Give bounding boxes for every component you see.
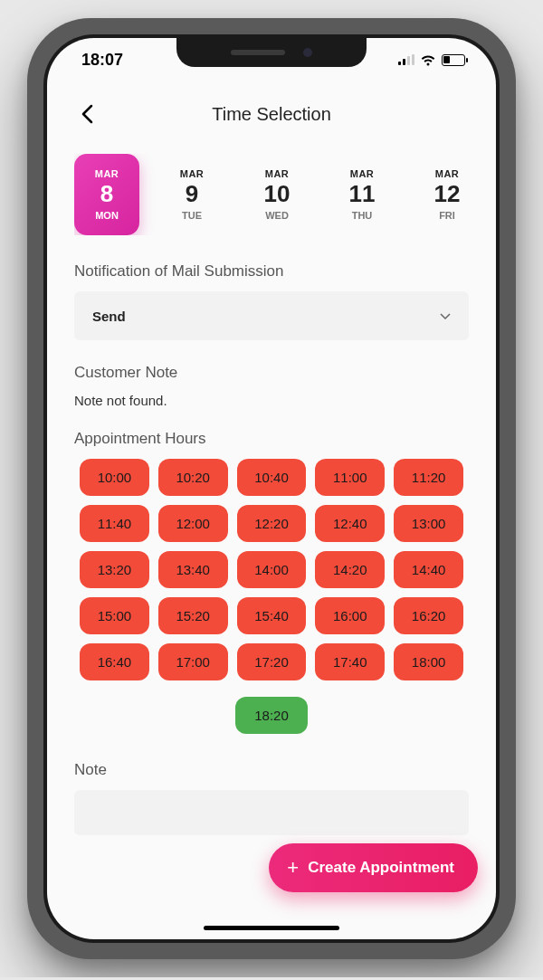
time-slot[interactable]: 13:20 [80,551,149,588]
customer-note-text: Note not found. [74,393,469,408]
date-day: 11 [349,179,376,210]
create-appointment-label: Create Appointment [308,859,454,877]
phone-frame: 18:07 T [27,18,516,959]
time-slot[interactable]: 13:40 [158,551,228,588]
time-slot[interactable]: 17:40 [315,643,385,680]
time-slot[interactable]: 11:20 [394,459,463,496]
date-card[interactable]: MAR9TUE [159,154,224,235]
note-input[interactable] [74,790,469,835]
hours-grid: 10:0010:2010:4011:0011:2011:4012:0012:20… [74,459,469,680]
create-appointment-button[interactable]: + Create Appointment [269,843,478,892]
date-dow: TUE [182,210,202,221]
time-slot[interactable]: 14:20 [315,551,385,588]
chevron-left-icon [81,104,93,124]
notification-select-value: Send [92,309,126,324]
time-slot[interactable]: 18:00 [394,643,463,680]
home-indicator[interactable] [204,926,339,930]
time-slot[interactable]: 12:00 [158,505,228,542]
time-slot[interactable]: 17:20 [237,643,307,680]
phone-inner: 18:07 T [43,34,500,943]
wifi-icon [420,54,436,66]
date-day: 8 [100,179,113,210]
date-month: MAR [435,168,460,179]
date-day: 12 [434,179,461,210]
available-slot-row: 18:20 [74,697,469,734]
status-icons [398,54,465,66]
time-slot[interactable]: 10:40 [237,459,307,496]
date-strip[interactable]: MAR8MONMAR9TUEMAR10WEDMAR11THUMAR12FRIMA… [74,154,469,235]
time-slot[interactable]: 15:20 [158,597,228,634]
time-slot[interactable]: 12:40 [315,505,385,542]
date-dow: MON [95,210,119,221]
nav-header: Time Selection [74,81,469,154]
time-slot[interactable]: 12:20 [237,505,307,542]
screen: 18:07 T [47,38,496,939]
page-title: Time Selection [100,104,443,125]
battery-icon [442,54,465,66]
time-slot[interactable]: 10:20 [158,459,228,496]
time-slot[interactable]: 14:00 [237,551,307,588]
date-month: MAR [265,168,290,179]
notification-select[interactable]: Send [74,291,469,340]
date-month: MAR [350,168,375,179]
time-slot[interactable]: 10:00 [80,459,149,496]
time-slot[interactable]: 16:00 [315,597,385,634]
time-slot[interactable]: 14:40 [394,551,463,588]
time-slot-available[interactable]: 18:20 [235,697,307,734]
time-slot[interactable]: 11:40 [80,505,149,542]
back-button[interactable] [74,101,100,127]
date-dow: FRI [439,210,455,221]
date-day: 10 [264,179,291,210]
date-dow: WED [265,210,289,221]
time-slot[interactable]: 13:00 [394,505,463,542]
notch [176,38,367,67]
date-month: MAR [95,168,119,179]
time-slot[interactable]: 17:00 [158,643,228,680]
note-label: Note [74,761,469,779]
content: Time Selection MAR8MONMAR9TUEMAR10WEDMAR… [47,81,496,939]
appointment-hours-label: Appointment Hours [74,430,469,448]
cellular-signal-icon [398,54,414,65]
customer-note-label: Customer Note [74,364,469,382]
time-slot[interactable]: 16:20 [394,597,463,634]
date-card[interactable]: MAR12FRI [414,154,469,235]
time-slot[interactable]: 16:40 [80,643,149,680]
date-day: 9 [186,179,198,210]
time-slot[interactable]: 11:00 [315,459,385,496]
notification-label: Notification of Mail Submission [74,262,469,281]
time-slot[interactable]: 15:00 [80,597,149,634]
plus-icon: + [287,858,299,878]
date-card[interactable]: MAR10WED [244,154,310,235]
chevron-down-icon [440,308,451,324]
date-card[interactable]: MAR8MON [74,154,139,235]
date-dow: THU [352,210,373,221]
date-month: MAR [180,168,205,179]
status-time: 18:07 [81,51,123,70]
time-slot[interactable]: 15:40 [237,597,307,634]
date-card[interactable]: MAR11THU [329,154,395,235]
